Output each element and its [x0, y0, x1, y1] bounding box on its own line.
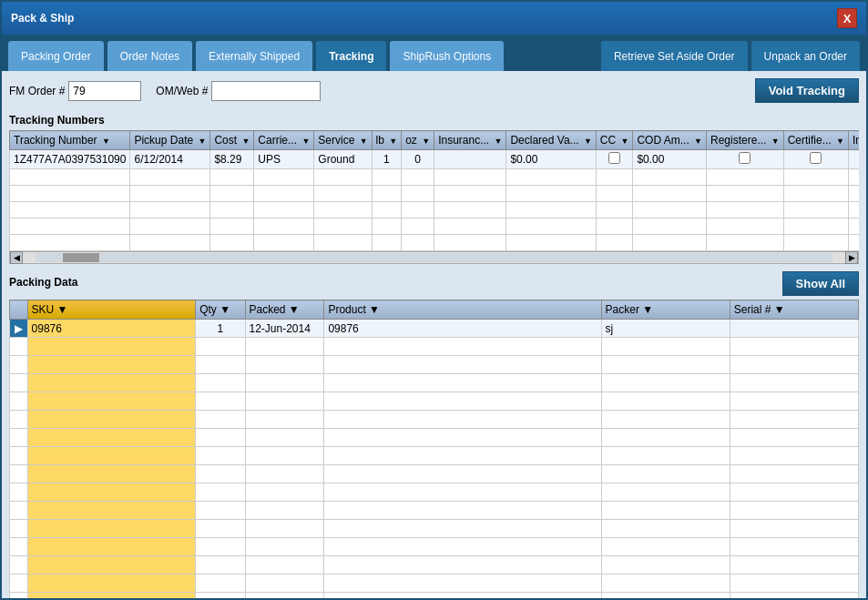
tracking-empty-row-3	[10, 202, 860, 219]
packing-empty-row-5	[10, 411, 859, 429]
packing-header: Packing Data Show All	[9, 271, 859, 296]
col-lb[interactable]: lb ▼	[372, 131, 402, 150]
cell-pickup-date: 6/12/2014	[130, 150, 210, 169]
cell-cod-amount: $0.00	[633, 150, 707, 169]
certified-checkbox[interactable]	[810, 152, 822, 164]
tab-bar-left: Packing Order Order Notes Externally Shi…	[7, 40, 598, 71]
packing-empty-row-3	[10, 374, 859, 392]
packing-empty-row-4	[10, 392, 859, 411]
tab-retrieve-set-aside[interactable]: Retrieve Set Aside Order	[600, 40, 749, 71]
packing-empty-row-10	[10, 502, 859, 520]
cell-declared-value: $0.00	[506, 150, 596, 169]
tracking-row: 1Z477A7A0397531090 6/12/2014 $8.29 UPS G…	[10, 150, 860, 169]
cell-insured	[848, 150, 859, 169]
packing-section: Packing Data Show All SKU ▼ Qty ▼ Packed…	[9, 271, 859, 600]
packing-empty-row-15	[10, 593, 859, 601]
registered-checkbox[interactable]	[739, 152, 751, 164]
cc-checkbox[interactable]	[608, 152, 620, 164]
col-product[interactable]: Product ▼	[324, 300, 601, 320]
tab-order-notes[interactable]: Order Notes	[107, 40, 193, 71]
cell-lb: 1	[372, 150, 402, 169]
packing-grid-container: SKU ▼ Qty ▼ Packed ▼ Product ▼ Packer ▼ …	[9, 300, 859, 600]
cell-product: 09876	[324, 320, 601, 338]
om-web-input[interactable]	[211, 81, 321, 101]
scroll-right-btn[interactable]: ▶	[845, 251, 858, 264]
col-insurance[interactable]: Insuranc... ▼	[434, 131, 506, 150]
col-insured[interactable]: Insure... ▼	[848, 131, 859, 150]
title-bar: Pack & Ship X	[2, 2, 866, 35]
packing-empty-row-1	[10, 338, 859, 356]
scroll-thumb[interactable]	[63, 253, 99, 262]
cell-cost: $8.29	[210, 150, 254, 169]
col-registered[interactable]: Registere... ▼	[707, 131, 784, 150]
packing-header-row: SKU ▼ Qty ▼ Packed ▼ Product ▼ Packer ▼ …	[10, 300, 859, 320]
packing-row: ▶ 09876 1 12-Jun-2014 09876 sj	[10, 320, 859, 338]
packing-empty-row-13	[10, 556, 859, 575]
col-row-indicator	[10, 300, 28, 320]
cell-carrier: UPS	[254, 150, 314, 169]
col-packed[interactable]: Packed ▼	[245, 300, 324, 320]
col-carrier[interactable]: Carrie... ▼	[254, 131, 314, 150]
packing-empty-row-8	[10, 465, 859, 483]
cell-packed-date: 12-Jun-2014	[245, 320, 324, 338]
tracking-empty-row-1	[10, 169, 860, 186]
packing-empty-row-14	[10, 575, 859, 593]
cell-row-indicator: ▶	[10, 320, 28, 338]
cell-serial	[730, 320, 858, 338]
cell-service: Ground	[314, 150, 372, 169]
col-sku[interactable]: SKU ▼	[27, 300, 196, 320]
om-web-label: OM/Web #	[156, 85, 208, 97]
cell-packer: sj	[601, 320, 730, 338]
tab-unpack-order[interactable]: Unpack an Order	[751, 40, 861, 71]
fm-order-label: FM Order #	[9, 85, 65, 97]
packing-empty-row-11	[10, 520, 859, 538]
col-declared-value[interactable]: Declared Va... ▼	[506, 131, 596, 150]
col-service[interactable]: Service ▼	[314, 131, 372, 150]
cell-qty: 1	[196, 320, 245, 338]
packing-grid: SKU ▼ Qty ▼ Packed ▼ Product ▼ Packer ▼ …	[9, 300, 859, 600]
packing-empty-row-9	[10, 483, 859, 502]
fm-order-input[interactable]	[68, 81, 141, 101]
packing-empty-row-12	[10, 538, 859, 556]
scroll-track[interactable]	[36, 253, 832, 262]
col-certified[interactable]: Certifie... ▼	[783, 131, 848, 150]
packing-data-title: Packing Data	[9, 276, 77, 289]
cell-cc	[596, 150, 633, 169]
order-form-row: FM Order # OM/Web #	[9, 81, 321, 101]
cell-registered	[707, 150, 784, 169]
col-qty[interactable]: Qty ▼	[196, 300, 245, 320]
col-cc[interactable]: CC ▼	[596, 131, 633, 150]
col-pickup-date[interactable]: Pickup Date ▼	[130, 131, 210, 150]
cell-tracking-number: 1Z477A7A0397531090	[10, 150, 130, 169]
col-serial[interactable]: Serial # ▼	[730, 300, 858, 320]
packing-empty-row-6	[10, 429, 859, 447]
tab-tracking[interactable]: Tracking	[315, 40, 387, 71]
tab-bar-right: Retrieve Set Aside Order Unpack an Order	[600, 40, 861, 71]
tracking-empty-row-4	[10, 219, 860, 235]
tab-packing-order[interactable]: Packing Order	[7, 40, 105, 71]
tracking-empty-row-5	[10, 235, 860, 251]
col-packer[interactable]: Packer ▼	[601, 300, 730, 320]
tracking-grid-container: Tracking Number ▼ Pickup Date ▼ Cost ▼ C…	[9, 130, 859, 251]
content-area: FM Order # OM/Web # Void Tracking Tracki…	[2, 71, 866, 600]
cell-oz: 0	[402, 150, 434, 169]
col-tracking-number[interactable]: Tracking Number ▼	[10, 131, 130, 150]
tab-externally-shipped[interactable]: Externally Shipped	[195, 40, 313, 71]
cell-certified	[783, 150, 848, 169]
cell-sku: 09876	[27, 320, 196, 338]
packing-empty-row-2	[10, 356, 859, 374]
tracking-empty-row-2	[10, 186, 860, 202]
close-button[interactable]: X	[837, 8, 857, 28]
scroll-left-btn[interactable]: ◀	[10, 251, 23, 264]
void-tracking-button[interactable]: Void Tracking	[755, 78, 859, 103]
tracking-numbers-title: Tracking Numbers	[9, 114, 859, 127]
tab-bar: Packing Order Order Notes Externally Shi…	[2, 35, 866, 71]
fm-order-group: FM Order #	[9, 81, 141, 101]
tab-shiprush-options[interactable]: ShipRush Options	[389, 40, 505, 71]
col-cod-amount[interactable]: COD Am... ▼	[633, 131, 707, 150]
show-all-button[interactable]: Show All	[782, 271, 859, 296]
col-oz[interactable]: oz ▼	[402, 131, 434, 150]
tracking-scrollbar[interactable]: ◀ ▶	[9, 251, 859, 264]
col-cost[interactable]: Cost ▼	[210, 131, 254, 150]
cell-insurance	[434, 150, 506, 169]
